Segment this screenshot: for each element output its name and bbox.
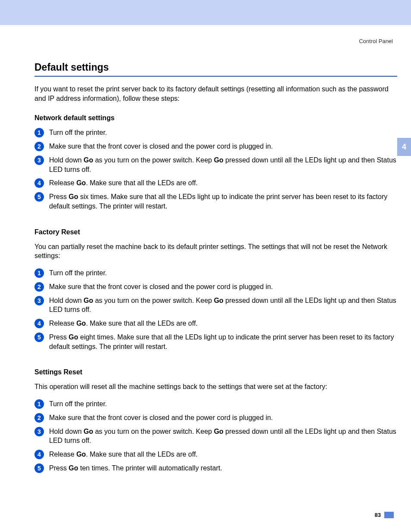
step-item: 2Make sure that the front cover is close… (34, 142, 397, 151)
step-item: 4Release Go. Make sure that all the LEDs… (34, 450, 397, 459)
step-text: Hold down Go as you turn on the power sw… (49, 296, 397, 314)
step-item: 4Release Go. Make sure that all the LEDs… (34, 319, 397, 328)
page-content: Control Panel Default settings If you wa… (0, 25, 411, 473)
step-number-icon: 3 (34, 156, 44, 165)
step-number-icon: 2 (34, 142, 44, 151)
step-item: 3Hold down Go as you turn on the power s… (34, 296, 397, 314)
step-text: Make sure that the front cover is closed… (49, 282, 397, 292)
top-banner (0, 0, 411, 25)
step-text: Turn off the printer. (49, 128, 397, 137)
step-number-icon: 5 (34, 333, 44, 342)
step-number-icon: 1 (34, 268, 44, 278)
step-text: Release Go. Make sure that all the LEDs … (49, 450, 397, 459)
step-number-icon: 3 (34, 296, 44, 305)
step-number-icon: 5 (34, 192, 44, 202)
step-item: 5Press Go six times. Make sure that all … (34, 192, 397, 211)
step-text: Press Go six times. Make sure that all t… (49, 192, 397, 211)
steps-list: 1Turn off the printer.2Make sure that th… (34, 128, 397, 211)
step-item: 3Hold down Go as you turn on the power s… (34, 156, 397, 174)
step-number-icon: 2 (34, 413, 44, 423)
intro-text: If you want to reset the print server ba… (34, 84, 397, 103)
step-text: Hold down Go as you turn on the power sw… (49, 156, 397, 174)
step-number-icon: 5 (34, 464, 44, 473)
step-text: Turn off the printer. (49, 268, 397, 278)
step-item: 1Turn off the printer. (34, 399, 397, 409)
step-text: Release Go. Make sure that all the LEDs … (49, 319, 397, 328)
step-item: 5Press Go ten times. The printer will au… (34, 464, 397, 473)
step-number-icon: 4 (34, 178, 44, 188)
page-marker-icon (384, 512, 394, 518)
step-text: Press Go ten times. The printer will aut… (49, 464, 397, 473)
step-text: Hold down Go as you turn on the power sw… (49, 427, 397, 445)
step-item: 1Turn off the printer. (34, 128, 397, 137)
step-item: 4Release Go. Make sure that all the LEDs… (34, 178, 397, 188)
section-description: This operation will reset all the machin… (34, 382, 397, 392)
page-number: 83 (375, 512, 381, 518)
page-title: Default settings (34, 62, 397, 77)
section-heading: Network default settings (34, 114, 397, 122)
steps-list: 1Turn off the printer.2Make sure that th… (34, 399, 397, 473)
step-item: 5Press Go eight times. Make sure that al… (34, 333, 397, 351)
step-number-icon: 2 (34, 282, 44, 292)
section-heading: Factory Reset (34, 228, 397, 236)
section-description: You can partially reset the machine back… (34, 242, 397, 261)
step-text: Make sure that the front cover is closed… (49, 413, 397, 423)
step-item: 2Make sure that the front cover is close… (34, 282, 397, 292)
step-number-icon: 3 (34, 427, 44, 436)
step-item: 3Hold down Go as you turn on the power s… (34, 427, 397, 445)
section-heading: Settings Reset (34, 368, 397, 376)
step-number-icon: 1 (34, 128, 44, 137)
step-item: 1Turn off the printer. (34, 268, 397, 278)
steps-list: 1Turn off the printer.2Make sure that th… (34, 268, 397, 351)
step-item: 2Make sure that the front cover is close… (34, 413, 397, 423)
step-number-icon: 1 (34, 399, 44, 409)
step-text: Release Go. Make sure that all the LEDs … (49, 178, 397, 188)
step-number-icon: 4 (34, 319, 44, 328)
page-footer: 83 (375, 512, 394, 518)
step-text: Turn off the printer. (49, 399, 397, 409)
step-number-icon: 4 (34, 450, 44, 459)
chapter-tab: 4 (397, 138, 411, 156)
step-text: Make sure that the front cover is closed… (49, 142, 397, 151)
breadcrumb: Control Panel (34, 38, 397, 44)
step-text: Press Go eight times. Make sure that all… (49, 333, 397, 351)
